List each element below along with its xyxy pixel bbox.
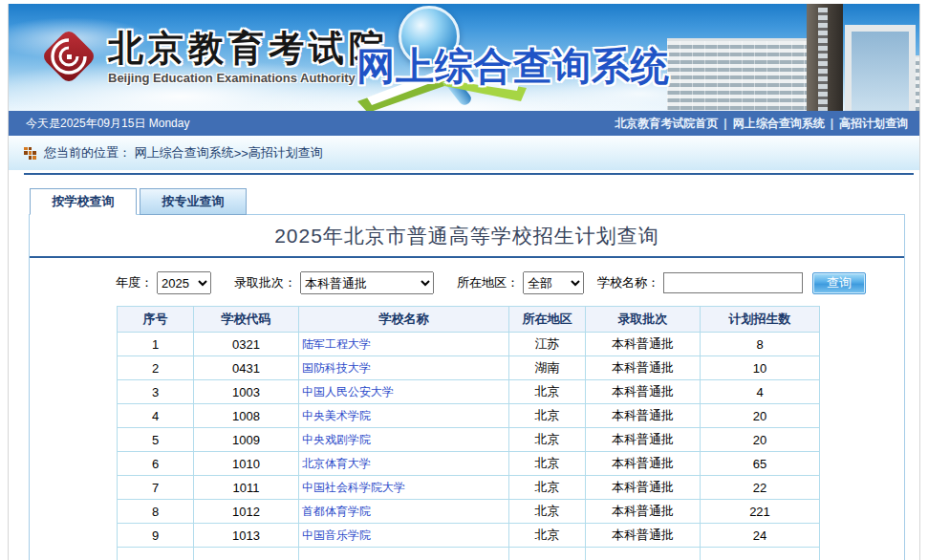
table-cell: 江苏: [509, 333, 586, 356]
col-school-code: 学校代码: [194, 307, 299, 333]
table-row: 91013中国音乐学院北京本科普通批24: [118, 524, 820, 548]
table-cell: 5: [118, 428, 194, 452]
table-cell: 北京: [509, 380, 586, 404]
table-cell: 本科普通批: [586, 452, 701, 476]
table-cell: 本科普通批: [586, 333, 701, 356]
site-banner: 北京教育考试院 Beijing Education Examinations A…: [9, 4, 919, 111]
query-button[interactable]: 查询: [812, 272, 866, 294]
table-cell: 10: [701, 356, 820, 380]
batch-label: 录取批次：: [234, 274, 296, 291]
table-cell: 9: [118, 524, 194, 548]
breadcrumb-arrow: >>: [234, 146, 248, 161]
school-link[interactable]: 中国社会科学院大学: [302, 481, 405, 494]
table-cell: 本科普通批: [586, 524, 701, 548]
school-name-cell: 中国社会科学院大学: [299, 476, 509, 500]
table-cell: [299, 548, 509, 560]
table-cell: 1012: [194, 500, 299, 524]
table-cell: 0431: [194, 356, 299, 380]
breadcrumb: 您当前的位置： 网上综合查询系统 >>高招计划查询: [9, 136, 919, 170]
table-row: 51009中央戏剧学院北京本科普通批20: [118, 428, 820, 452]
building-frame: [845, 25, 916, 111]
school-link[interactable]: 国防科技大学: [302, 361, 371, 375]
table-cell: 20: [701, 404, 820, 428]
table-cell: 7: [118, 476, 194, 500]
tab-by-major[interactable]: 按专业查询: [140, 188, 247, 215]
school-name-input[interactable]: [663, 272, 803, 293]
school-name-label: 学校名称：: [597, 274, 659, 291]
school-name-cell: 中国人民公安大学: [299, 380, 509, 404]
table-cell: 本科普通批: [586, 500, 701, 524]
table-cell: 1011: [194, 476, 299, 500]
table-row: 81012首都体育学院北京本科普通批221: [118, 500, 820, 524]
link-separator: |: [831, 117, 833, 130]
table-cell: 北京: [509, 476, 586, 500]
results-table-wrap: 序号 学校代码 学校名称 所在地区 录取批次 计划招生数 10321陆军工程大学…: [117, 306, 904, 560]
table-cell: 1008: [194, 404, 299, 428]
table-cell: 北京: [509, 428, 586, 452]
table-cell: 65: [701, 452, 820, 476]
link-bjeea-home[interactable]: 北京教育考试院首页: [615, 117, 718, 130]
batch-select[interactable]: 本科普通批: [300, 271, 434, 294]
school-link[interactable]: 中国音乐学院: [302, 528, 371, 542]
location-grid-icon: [24, 147, 36, 160]
school-name-cell: 北京体育大学: [299, 452, 509, 476]
table-cell: 22: [701, 476, 820, 500]
col-batch: 录取批次: [586, 307, 701, 333]
page: 北京教育考试院 Beijing Education Examinations A…: [8, 4, 920, 560]
school-link[interactable]: 北京体育大学: [302, 457, 371, 470]
tab-by-school[interactable]: 按学校查询: [30, 188, 137, 215]
table-row: 31003中国人民公安大学北京本科普通批4: [118, 380, 820, 404]
school-link[interactable]: 首都体育学院: [302, 505, 371, 518]
school-link[interactable]: 陆军工程大学: [302, 337, 371, 351]
col-school-name: 学校名称: [299, 307, 509, 333]
school-link[interactable]: 中国人民公安大学: [302, 385, 394, 398]
query-tabs: 按学校查询 按专业查询: [30, 188, 919, 215]
table-cell: 本科普通批: [586, 476, 701, 500]
table-cell: 1003: [194, 380, 299, 404]
table-cell: [118, 548, 194, 560]
year-select[interactable]: 2025: [157, 271, 211, 294]
content-panel: 2025年北京市普通高等学校招生计划查询 年度： 2025 录取批次： 本科普通…: [29, 214, 905, 560]
table-row: 20431国防科技大学湖南本科普通批10: [118, 356, 820, 380]
table-cell: [586, 548, 701, 560]
link-query-system[interactable]: 网上综合查询系统: [733, 117, 825, 130]
table-cell: 本科普通批: [586, 404, 701, 428]
beijing-exam-authority-logo-icon: [37, 25, 100, 88]
table-row: 71011中国社会科学院大学北京本科普通批22: [118, 476, 820, 500]
building-tower: [807, 4, 843, 111]
table-cell: [509, 548, 586, 560]
table-cell: 本科普通批: [586, 428, 701, 452]
building-block: [667, 38, 812, 111]
table-cell: 北京: [509, 500, 586, 524]
link-separator: |: [723, 117, 726, 130]
title-box: 2025年北京市普通高等学校招生计划查询: [30, 215, 904, 258]
breadcrumb-prefix: 您当前的位置：: [44, 144, 131, 162]
breadcrumb-system-link[interactable]: 网上综合查询系统: [135, 144, 234, 162]
table-row-partial: [118, 548, 820, 560]
link-enroll-plan-query[interactable]: 高招计划查询: [839, 117, 908, 130]
table-body: 10321陆军工程大学江苏本科普通批820431国防科技大学湖南本科普通批103…: [118, 333, 820, 560]
col-seq: 序号: [118, 307, 194, 333]
table-cell: 北京: [509, 524, 586, 548]
school-link[interactable]: 中央戏剧学院: [302, 433, 371, 446]
col-planned-count: 计划招生数: [701, 307, 820, 333]
topbar-links: 北京教育考试院首页|网上综合查询系统|高招计划查询: [615, 116, 908, 132]
school-link[interactable]: 中央美术学院: [302, 409, 371, 422]
table-cell: 湖南: [509, 356, 586, 380]
table-cell: 北京: [509, 404, 586, 428]
table-cell: 1009: [194, 428, 299, 452]
col-region: 所在地区: [509, 307, 586, 333]
region-select[interactable]: 全部: [523, 271, 584, 294]
divider-rule: [24, 173, 914, 175]
results-table: 序号 学校代码 学校名称 所在地区 录取批次 计划招生数 10321陆军工程大学…: [117, 306, 820, 560]
brand-block: 北京教育考试院 Beijing Education Examinations A…: [108, 31, 389, 85]
building-photo: [663, 4, 919, 111]
school-name-cell: 中央戏剧学院: [299, 428, 509, 452]
current-date: 今天是2025年09月15日 Monday: [26, 116, 189, 132]
table-cell: 221: [701, 500, 820, 524]
table-cell: 24: [701, 524, 820, 548]
breadcrumb-current[interactable]: 高招计划查询: [248, 144, 323, 162]
school-name-cell: 首都体育学院: [299, 500, 509, 524]
table-cell: 20: [701, 428, 820, 452]
filter-bar: 年度： 2025 录取批次： 本科普通批 所在地区： 全部 学校名称： 查询: [30, 258, 904, 294]
